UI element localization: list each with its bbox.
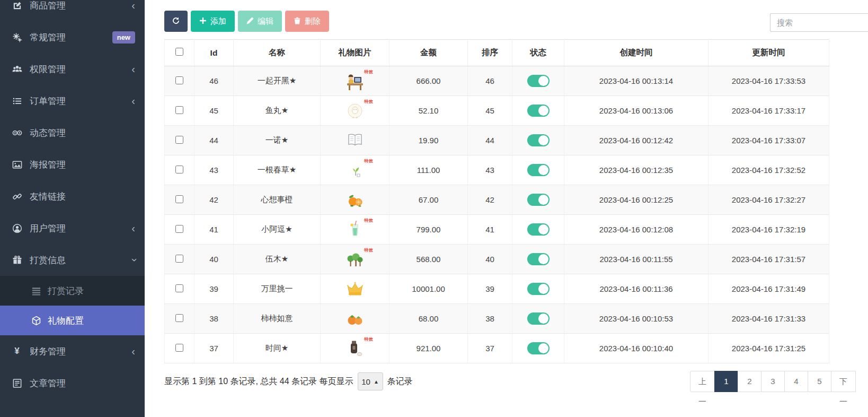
row-select-cell [165,66,194,96]
table-row[interactable]: 42心想事橙67.00422023-04-16 00:12:252023-04-… [165,185,829,215]
row-amount: 799.00 [389,215,468,245]
sidebar-item-label: 用户管理 [30,222,131,234]
pagination-page-4[interactable]: 4 [785,371,808,392]
sidebar-item-海报管理[interactable]: 海报管理 [0,149,145,180]
sidebar-item-文章管理[interactable]: 文章管理 [0,367,145,399]
row-checkbox[interactable] [175,136,183,144]
row-sort: 39 [468,274,512,304]
column-header: 更新时间 [708,40,829,66]
row-checkbox[interactable] [175,255,183,263]
row-amount: 67.00 [389,185,468,215]
row-gift-image-cell [321,304,389,334]
status-toggle[interactable] [527,223,550,236]
sidebar-item-订单管理[interactable]: 订单管理‹ [0,85,145,117]
table-row[interactable]: 37时间★特效921.00372023-04-16 00:10:402023-0… [165,334,829,363]
row-checkbox[interactable] [175,166,183,173]
persimmons-icon [344,308,366,329]
status-toggle[interactable] [527,342,550,354]
status-toggle[interactable] [527,134,550,146]
open-book-icon [344,130,366,151]
caret-up-icon: ▲ [374,379,379,385]
sidebar-item-友情链接[interactable]: 友情链接 [0,180,145,212]
row-created: 2023-04-16 00:12:35 [564,155,708,185]
sidebar-item-常规管理[interactable]: 常规管理new [0,21,145,53]
users-icon [11,64,23,74]
row-checkbox[interactable] [175,344,183,352]
row-sort: 38 [468,304,512,334]
sidebar-item-打赏信息[interactable]: 打赏信息‹ [0,244,145,276]
row-id: 43 [194,155,234,185]
gift-icon [11,255,23,265]
row-checkbox[interactable] [175,225,183,233]
status-toggle[interactable] [527,164,550,176]
edit-button[interactable]: 编辑 [238,11,282,32]
sidebar-item-礼物配置[interactable]: 礼物配置 [0,306,145,335]
search-input[interactable] [770,13,868,32]
status-toggle[interactable] [527,312,550,325]
page-size-value: 10 [361,377,370,386]
select-all-checkbox[interactable] [175,48,183,56]
table-row[interactable]: 45鱼丸★特效52.10452023-04-16 00:13:062023-04… [165,96,829,126]
sidebar-item-打赏记录[interactable]: 打赏记录 [0,276,145,306]
sidebar-item-用户管理[interactable]: 用户管理‹ [0,212,145,244]
pagination-next[interactable]: 下一页 [831,371,856,392]
row-select-cell [165,126,194,155]
pagination-prev[interactable]: 上一页 [690,371,715,392]
oranges-icon [344,189,366,211]
delete-button[interactable]: 删除 [285,11,329,32]
row-updated: 2023-04-16 17:32:27 [708,185,829,215]
sidebar-item-商品管理[interactable]: 商品管理‹ [0,0,145,21]
user-circle-icon [11,223,23,233]
pencil-icon [246,17,254,26]
refresh-button[interactable] [164,11,188,32]
sidebar-item-动态管理[interactable]: 动态管理 [0,117,145,149]
row-checkbox[interactable] [175,284,183,292]
table-row[interactable]: 43一根春草★特效111.00432023-04-16 00:12:352023… [165,155,829,185]
article-icon [11,378,23,388]
row-sort: 43 [468,155,512,185]
row-status-cell [512,66,564,96]
row-checkbox[interactable] [175,314,183,322]
row-updated: 2023-04-16 17:32:52 [708,155,829,185]
row-status-cell [512,245,564,274]
pagination-page-1[interactable]: 1 [715,371,738,392]
row-id: 44 [194,126,234,155]
table-row[interactable]: 40伍木★特效568.00402023-04-16 00:11:552023-0… [165,245,829,274]
column-header: 名称 [234,40,321,66]
row-sort: 45 [468,96,512,126]
row-select-cell [165,215,194,245]
chevron-left-icon: ‹ [131,223,135,233]
row-checkbox[interactable] [175,106,183,114]
row-id: 45 [194,96,234,126]
row-name: 一起开黑★ [234,66,321,96]
row-sort: 37 [468,334,512,363]
gamer-desk-icon: 特效 [344,71,366,92]
row-gift-image-cell [321,185,389,215]
table-row[interactable]: 41小阿逗★特效799.00412023-04-16 00:12:082023-… [165,215,829,245]
status-toggle[interactable] [527,75,550,87]
table-row[interactable]: 39万里挑一10001.00392023-04-16 00:11:362023-… [165,274,829,304]
row-checkbox[interactable] [175,195,183,203]
row-created: 2023-04-16 00:13:06 [564,96,708,126]
row-amount: 68.00 [389,304,468,334]
column-header: 状态 [512,40,564,66]
status-toggle[interactable] [527,105,550,117]
pagination-page-3[interactable]: 3 [761,371,785,392]
status-toggle[interactable] [527,283,550,295]
row-updated: 2023-04-16 17:33:17 [708,96,829,126]
table-row[interactable]: 38柿柿如意68.00382023-04-16 00:10:532023-04-… [165,304,829,334]
row-sort: 46 [468,66,512,96]
pagination-page-5[interactable]: 5 [808,371,831,392]
table-row[interactable]: 44一诺★19.90442023-04-16 00:12:422023-04-1… [165,126,829,155]
pagination-page-2[interactable]: 2 [738,371,761,392]
sidebar-item-权限管理[interactable]: 权限管理‹ [0,53,145,85]
row-checkbox[interactable] [175,76,183,84]
page-size-dropdown[interactable]: 10 ▲ [358,372,383,390]
status-toggle[interactable] [527,194,550,206]
sidebar-item-财务管理[interactable]: ¥财务管理‹ [0,335,145,367]
table-row[interactable]: 46一起开黑★特效666.00462023-04-16 00:13:142023… [165,66,829,96]
status-toggle[interactable] [527,253,550,265]
add-button[interactable]: 添加 [191,11,235,32]
row-name: 鱼丸★ [234,96,321,126]
row-name: 柿柿如意 [234,304,321,334]
